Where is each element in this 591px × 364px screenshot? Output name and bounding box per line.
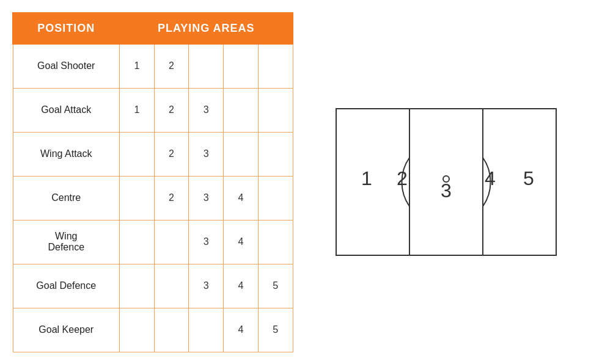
area-cell: 2: [154, 44, 189, 88]
table-row: Goal Defence345: [13, 264, 293, 308]
court-diagram: 1 2 3 4 5: [330, 103, 562, 261]
position-cell: Goal Keeper: [13, 308, 119, 352]
court-wrapper: 1 2 3 4 5: [330, 103, 562, 261]
position-cell: Centre: [13, 176, 119, 220]
positions-table: POSITION PLAYING AREAS Goal Shooter12Goa…: [12, 12, 293, 352]
area-cell: [258, 176, 293, 220]
table-row: Wing Attack23: [13, 132, 293, 176]
area-cell: [258, 220, 293, 264]
area-cell: 1: [119, 44, 154, 88]
area-cell: [154, 264, 189, 308]
table-row: Goal Shooter12: [13, 44, 293, 88]
area-cell: 5: [258, 264, 293, 308]
area-cell: 4: [224, 308, 259, 352]
court-label-2: 2: [397, 167, 408, 189]
area-cell: 2: [154, 132, 189, 176]
area-cell: 4: [224, 220, 259, 264]
page-container: POSITION PLAYING AREAS Goal Shooter12Goa…: [12, 12, 579, 352]
area-cell: 4: [224, 264, 259, 308]
area-cell: 2: [154, 176, 189, 220]
area-cell: 3: [189, 264, 224, 308]
area-cell: [258, 44, 293, 88]
area-cell: 3: [189, 132, 224, 176]
area-cell: [224, 132, 259, 176]
table-row: Wing Defence34: [13, 220, 293, 264]
position-cell: Goal Defence: [13, 264, 119, 308]
area-cell: [154, 308, 189, 352]
area-cell: [189, 308, 224, 352]
area-cell: 2: [154, 88, 189, 132]
area-cell: [154, 220, 189, 264]
playing-areas-header: PLAYING AREAS: [119, 13, 293, 44]
area-cell: [224, 88, 259, 132]
area-cell: 3: [189, 88, 224, 132]
table-row: Centre234: [13, 176, 293, 220]
table-row: Goal Attack123: [13, 88, 293, 132]
area-cell: [119, 308, 154, 352]
table-row: Goal Keeper45: [13, 308, 293, 352]
table-wrapper: POSITION PLAYING AREAS Goal Shooter12Goa…: [12, 12, 293, 352]
position-cell: Wing Defence: [13, 220, 119, 264]
area-cell: [258, 132, 293, 176]
area-cell: 5: [258, 308, 293, 352]
area-cell: [119, 132, 154, 176]
position-header: POSITION: [13, 13, 119, 44]
area-cell: [189, 44, 224, 88]
area-cell: 1: [119, 88, 154, 132]
area-cell: [119, 220, 154, 264]
position-cell: Goal Shooter: [13, 44, 119, 88]
court-label-1: 1: [361, 167, 372, 189]
area-cell: [119, 176, 154, 220]
area-cell: 3: [189, 220, 224, 264]
area-cell: [119, 264, 154, 308]
court-label-5: 5: [523, 167, 534, 189]
position-cell: Goal Attack: [13, 88, 119, 132]
area-cell: 3: [189, 176, 224, 220]
position-cell: Wing Attack: [13, 132, 119, 176]
area-cell: [224, 44, 259, 88]
area-cell: 4: [224, 176, 259, 220]
area-cell: [258, 88, 293, 132]
court-label-4: 4: [485, 167, 496, 189]
court-label-3: 3: [441, 180, 452, 202]
